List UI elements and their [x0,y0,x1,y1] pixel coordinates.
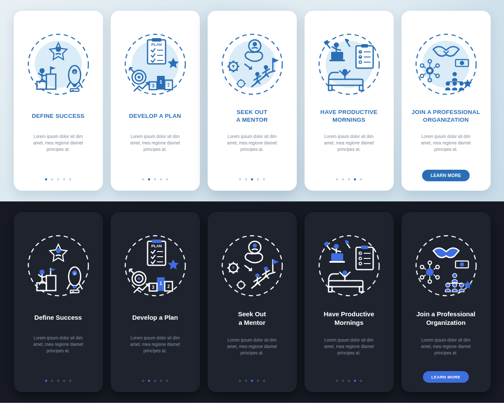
svg-point-148 [359,262,362,265]
card-title: Join a Professional Organization [416,310,476,327]
dot[interactable] [166,178,168,180]
dot[interactable] [239,178,241,180]
onboarding-card-seek-mentor: SEEK OUT A MENTOR Lorem ipsum dolor sit … [208,11,297,191]
onboarding-card-develop-plan: PLAN 1 2 3 [111,11,200,191]
dot[interactable] [148,178,150,180]
svg-rect-60 [331,52,343,60]
dot[interactable] [51,178,53,180]
svg-line-131 [229,271,230,272]
define-success-icon: $ [24,28,93,101]
dot[interactable] [142,178,144,180]
svg-rect-67 [329,85,332,90]
svg-point-165 [420,276,424,279]
svg-point-101 [69,267,81,286]
page-dots [45,380,71,382]
svg-point-150 [334,244,339,249]
dot[interactable] [148,380,150,382]
dot[interactable] [239,380,241,382]
dot[interactable] [69,380,71,382]
svg-line-175 [434,275,436,276]
dot[interactable] [251,178,253,180]
dot[interactable] [360,380,362,382]
learn-more-button[interactable]: LEARN MORE [422,170,470,181]
svg-rect-14 [152,38,161,42]
svg-rect-52 [361,44,368,48]
card-body: Lorem ipsum dolor sit dim amet, mea regi… [30,133,85,153]
dot[interactable] [348,380,350,382]
svg-point-31 [253,42,257,46]
svg-line-132 [236,264,238,265]
dot[interactable] [57,380,59,382]
svg-point-75 [420,64,424,67]
productive-mornings-icon [315,229,383,302]
dot[interactable] [57,178,59,180]
svg-rect-151 [331,253,343,261]
svg-rect-68 [359,85,363,90]
dot[interactable] [245,178,247,180]
card-body: Lorem ipsum dolor sit dim amet, mea regi… [224,133,279,153]
svg-line-39 [229,69,230,71]
onboarding-card-develop-plan-dark: PLAN 1 2 3 Devel [111,212,200,392]
dot[interactable] [257,178,259,180]
svg-line-40 [236,62,238,63]
svg-point-21 [138,76,140,78]
dot[interactable] [63,178,65,180]
seek-mentor-icon [218,28,287,101]
productive-mornings-icon [315,28,383,101]
dot[interactable] [63,380,65,382]
dot[interactable] [336,380,338,382]
dot[interactable] [142,380,144,382]
svg-rect-63 [323,40,329,45]
dot[interactable] [342,178,344,180]
card-body: Lorem ipsum dolor sit dim amet, mea regi… [30,335,85,354]
svg-rect-97 [46,276,56,291]
dot[interactable] [360,178,362,180]
dot[interactable] [160,178,162,180]
svg-point-100 [56,248,61,253]
dot[interactable] [348,178,350,180]
svg-line-173 [424,275,426,276]
dot[interactable] [245,380,247,382]
card-body: Lorem ipsum dolor sit dim amet, mea regi… [418,133,473,153]
dot[interactable] [160,380,162,382]
svg-text:2: 2 [167,83,170,87]
onboarding-card-define-success: $ DEFINE SUCCESS Lorem ipsum dolor sit d… [14,11,103,191]
svg-rect-154 [323,241,329,246]
dot[interactable] [154,178,156,180]
dot[interactable] [263,380,265,382]
card-title: DEFINE SUCCESS [32,108,85,124]
page-dots [336,380,362,382]
svg-point-7 [69,66,81,84]
svg-rect-107 [152,240,161,243]
card-title: Have Productive Mornings [324,310,374,327]
dot[interactable] [257,380,259,382]
dot[interactable] [251,380,253,382]
dot[interactable] [354,178,356,180]
dot[interactable] [45,380,47,382]
dot[interactable] [263,178,265,180]
svg-point-76 [420,74,424,78]
card-title: Define Success [34,310,82,325]
card-body: Lorem ipsum dolor sit dim amet, mea regi… [418,337,473,356]
svg-point-6 [56,47,61,52]
svg-point-166 [436,265,439,269]
dot[interactable] [154,380,156,382]
dot[interactable] [51,380,53,382]
card-title: HAVE PRODUCTIVE MORNINGS [320,108,377,124]
dot[interactable] [45,178,47,180]
dot[interactable] [166,380,168,382]
svg-line-62 [327,44,330,48]
svg-line-38 [236,69,238,71]
dot[interactable] [336,178,338,180]
onboarding-card-define-success-dark: $ Define Success Lorem ipsum dolor sit d… [14,212,103,392]
seek-mentor-icon [218,229,287,302]
svg-point-59 [334,42,339,48]
svg-text:$: $ [73,70,75,74]
dot[interactable] [69,178,71,180]
dot[interactable] [342,380,344,382]
learn-more-button[interactable]: LEARN MORE [423,371,469,383]
svg-text:$: $ [73,272,75,276]
card-title: SEEK OUT A MENTOR [236,108,268,124]
dot[interactable] [354,380,356,382]
svg-line-130 [236,271,238,272]
